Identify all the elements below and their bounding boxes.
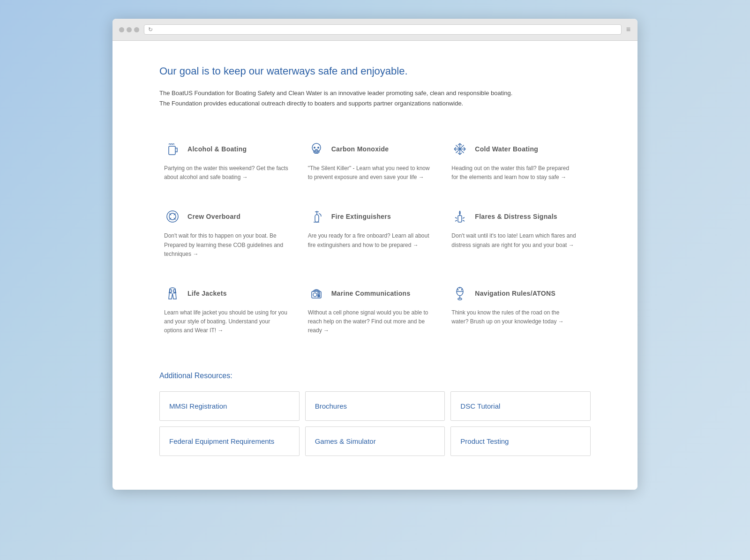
- topic-title-fire: Fire Extinguishers: [331, 213, 391, 220]
- life-ring-icon: [164, 208, 181, 225]
- intro-line2: The Foundation provides educational outr…: [159, 100, 463, 107]
- resource-brochures-title: Brochures: [315, 402, 347, 410]
- vest-icon: [164, 285, 181, 302]
- resource-mmsi-title: MMSI Registration: [169, 402, 227, 410]
- topic-fire-extinguishers[interactable]: Fire Extinguishers Are you ready for a f…: [303, 195, 447, 272]
- topic-desc-crew: Don't wait for this to happen on your bo…: [164, 231, 289, 259]
- url-bar[interactable]: ↻: [144, 24, 622, 35]
- resource-federal-title: Federal Equipment Requirements: [169, 437, 274, 445]
- resource-brochures[interactable]: Brochures: [305, 391, 445, 421]
- browser-dots: [119, 27, 139, 32]
- topic-icon-row: Alcohol & Boating: [164, 141, 289, 157]
- browser-dot-green: [134, 27, 139, 32]
- topic-icon-row-vest: Life Jackets: [164, 285, 289, 302]
- topic-title-crew: Crew Overboard: [188, 213, 240, 220]
- topic-icon-row-radio: Marine Communications: [308, 285, 433, 302]
- topic-carbon-monoxide[interactable]: Carbon Monoxide "The Silent Killer" - Le…: [303, 127, 447, 195]
- svg-rect-0: [169, 146, 175, 155]
- topic-life-jackets[interactable]: Life Jackets Learn what life jacket you …: [159, 272, 303, 349]
- topic-alcohol-boating[interactable]: Alcohol & Boating Partying on the water …: [159, 127, 303, 195]
- topic-desc-flare: Don't wait until it's too late! Learn wh…: [451, 231, 577, 249]
- resource-federal[interactable]: Federal Equipment Requirements: [159, 426, 300, 456]
- radio-icon: [308, 285, 325, 302]
- browser-dot-yellow: [127, 27, 132, 32]
- skull-icon: [308, 141, 325, 157]
- resource-games-title: Games & Simulator: [315, 437, 376, 445]
- topic-icon-row-co: Carbon Monoxide: [308, 141, 433, 157]
- browser-window: ↻ ≡ Our goal is to keep our waterways sa…: [112, 19, 638, 490]
- svg-line-35: [455, 220, 457, 221]
- topic-navigation[interactable]: Navigation Rules/ATONS Think you know th…: [447, 272, 591, 349]
- beer-icon: [164, 141, 181, 157]
- topic-icon-row-cold: Cold Water Boating: [451, 141, 577, 157]
- topic-desc-cold: Heading out on the water this fall? Be p…: [451, 164, 577, 182]
- topic-title-cold: Cold Water Boating: [475, 145, 538, 153]
- buoy-icon: [451, 285, 468, 302]
- browser-chrome: ↻ ≡: [112, 19, 638, 41]
- topic-title-alcohol: Alcohol & Boating: [188, 145, 247, 153]
- topics-grid: Alcohol & Boating Partying on the water …: [159, 127, 591, 349]
- topic-desc-alcohol: Partying on the water this weekend? Get …: [164, 164, 289, 182]
- additional-resources-heading: Additional Resources:: [159, 372, 591, 380]
- intro-line1: The BoatUS Foundation for Boating Safety…: [159, 90, 512, 97]
- resource-product-title: Product Testing: [460, 437, 509, 445]
- topic-icon-row-nav: Navigation Rules/ATONS: [451, 285, 577, 302]
- svg-rect-39: [173, 290, 175, 292]
- svg-point-20: [167, 211, 178, 222]
- svg-rect-26: [315, 215, 319, 222]
- topic-icon-row-crew: Crew Overboard: [164, 208, 289, 225]
- svg-point-6: [314, 147, 315, 149]
- topic-icon-row-fire: Fire Extinguishers: [308, 208, 433, 225]
- topic-desc-nav: Think you know the rules of the road on …: [451, 308, 577, 326]
- resource-mmsi[interactable]: MMSI Registration: [159, 391, 300, 421]
- svg-rect-43: [318, 295, 320, 296]
- svg-rect-44: [318, 296, 320, 297]
- topic-flares[interactable]: Flares & Distress Signals Don't wait unt…: [447, 195, 591, 272]
- svg-point-7: [317, 147, 319, 149]
- topic-cold-water[interactable]: Cold Water Boating Heading out on the wa…: [447, 127, 591, 195]
- svg-rect-38: [170, 290, 172, 292]
- flare-icon: [451, 208, 468, 225]
- topic-title-flare: Flares & Distress Signals: [475, 213, 557, 220]
- svg-line-32: [463, 217, 465, 218]
- resource-product[interactable]: Product Testing: [450, 426, 591, 456]
- browser-dot-red: [119, 27, 124, 32]
- svg-point-41: [313, 293, 317, 297]
- svg-rect-42: [318, 292, 320, 294]
- topic-title-co: Carbon Monoxide: [331, 145, 389, 153]
- topic-desc-co: "The Silent Killer" - Learn what you nee…: [308, 164, 433, 182]
- topic-title-vest: Life Jackets: [188, 290, 227, 297]
- topic-marine-comm[interactable]: Marine Communications Without a cell pho…: [303, 272, 447, 349]
- svg-rect-30: [458, 216, 462, 222]
- refresh-icon: ↻: [148, 26, 153, 33]
- page-content: Our goal is to keep our waterways safe a…: [112, 41, 638, 490]
- topic-desc-fire: Are you ready for a fire onboard? Learn …: [308, 231, 433, 249]
- topic-desc-radio: Without a cell phone signal would you be…: [308, 308, 433, 336]
- resources-grid-bottom: Federal Equipment Requirements Games & S…: [159, 426, 591, 456]
- snowflake-icon: [451, 141, 468, 157]
- svg-line-34: [455, 217, 457, 218]
- topic-desc-vest: Learn what life jacket you should be usi…: [164, 308, 289, 336]
- browser-menu-icon[interactable]: ≡: [626, 25, 631, 34]
- resources-grid-top: MMSI Registration Brochures DSC Tutorial: [159, 391, 591, 421]
- page-intro: The BoatUS Foundation for Boating Safety…: [159, 88, 581, 109]
- resource-dsc[interactable]: DSC Tutorial: [450, 391, 591, 421]
- topic-title-nav: Navigation Rules/ATONS: [475, 290, 555, 297]
- page-headline: Our goal is to keep our waterways safe a…: [159, 64, 591, 79]
- resource-games[interactable]: Games & Simulator: [305, 426, 445, 456]
- topic-crew-overboard[interactable]: Crew Overboard Don't wait for this to ha…: [159, 195, 303, 272]
- svg-line-33: [463, 220, 465, 221]
- resource-dsc-title: DSC Tutorial: [460, 402, 500, 410]
- topic-title-radio: Marine Communications: [331, 290, 411, 297]
- extinguisher-icon: [308, 208, 325, 225]
- topic-icon-row-flare: Flares & Distress Signals: [451, 208, 577, 225]
